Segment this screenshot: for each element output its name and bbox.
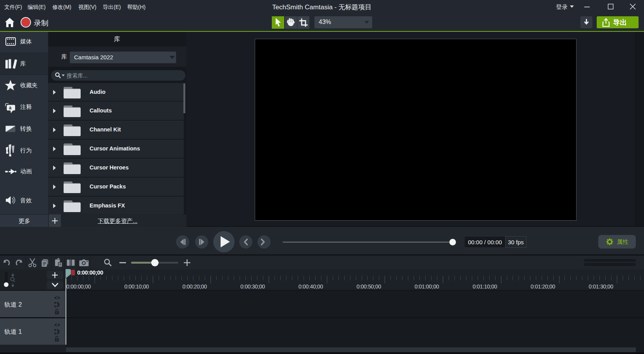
svg-text:a: a — [9, 105, 12, 111]
